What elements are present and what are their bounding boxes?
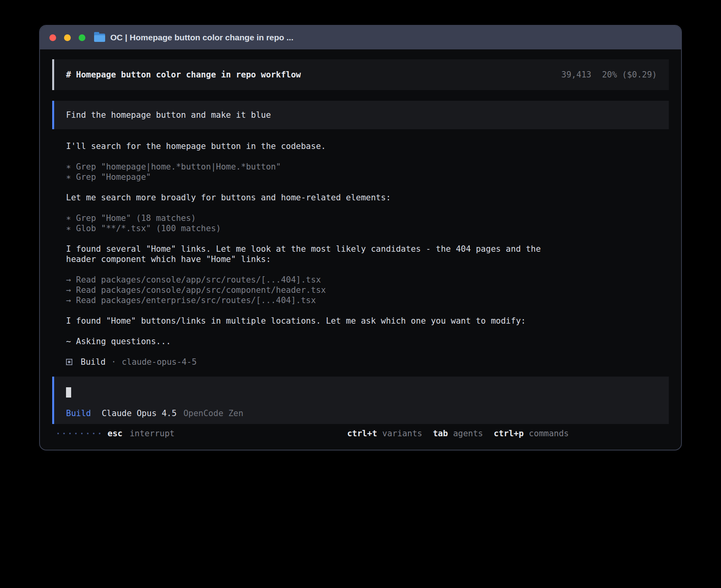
hint-key: ctrl+p [494, 428, 524, 439]
assistant-text-line: header component which have "Home" links… [66, 254, 669, 264]
prompt-input[interactable]: Build Claude Opus 4.5 OpenCode Zen [52, 377, 669, 424]
agent-name: Build [81, 357, 106, 367]
zoom-button[interactable] [79, 34, 85, 41]
minimize-button[interactable] [64, 34, 71, 41]
session-title: # Homepage button color change in repo w… [66, 70, 301, 80]
window-title: OC | Homepage button color change in rep… [110, 33, 293, 42]
spinner-dot [87, 433, 89, 434]
input-model-label: Claude Opus 4.5 [102, 408, 177, 418]
glob-tool-line: ∗ Glob "**/*.tsx" (100 matches) [66, 223, 669, 234]
assistant-text-line: I found several "Home" links. Let me loo… [66, 244, 669, 254]
esc-key-hint: esc [108, 428, 123, 439]
hint-key: ctrl+t [347, 428, 377, 439]
grep-tool-line: ∗ Grep "Homepage" [66, 172, 669, 182]
input-status-row: Build Claude Opus 4.5 OpenCode Zen [66, 408, 657, 418]
app-window: OC | Homepage button color change in rep… [39, 25, 682, 450]
spinner-dot [93, 433, 94, 434]
user-message: Find the homepage button and make it blu… [52, 101, 669, 129]
session-header: # Homepage button color change in repo w… [52, 59, 669, 90]
status-separator: · [111, 357, 116, 367]
grep-tool-line: ∗ Grep "homepage|home.*button|Home.*butt… [66, 162, 669, 172]
assistant-text-line: I found "Home" buttons/links in multiple… [66, 316, 669, 326]
read-tool-line: → Read packages/enterprise/src/routes/[.… [66, 295, 669, 305]
assistant-text-line: Let me search more broadly for buttons a… [66, 192, 669, 203]
spinner-dot [99, 433, 100, 434]
spinner-dot [69, 433, 71, 434]
terminal-content: # Homepage button color change in repo w… [40, 49, 681, 450]
spinner-dot [81, 433, 83, 434]
status-footer: esc interrupt ctrl+t variants tab agents… [52, 428, 669, 439]
input-provider-label: OpenCode Zen [183, 408, 243, 418]
spinner-dot [75, 433, 77, 434]
folder-icon [94, 34, 105, 42]
footer-hints: ctrl+t variants tab agents ctrl+p comman… [347, 428, 569, 439]
input-agent-label: Build [66, 408, 91, 418]
esc-label: interrupt [130, 428, 175, 439]
text-cursor [66, 387, 71, 398]
hint-key: tab [433, 428, 448, 439]
context-usage: 20% ($0.29) [602, 70, 657, 80]
session-stats: 39,413 20% ($0.29) [561, 70, 657, 80]
asking-questions-line: ~ Asking questions... [66, 336, 669, 347]
agent-status-line: Build · claude-opus-4-5 [66, 357, 669, 367]
spinner-dot [57, 433, 59, 434]
conversation: I'll search for the homepage button in t… [66, 141, 669, 367]
hint-label: agents [453, 428, 483, 439]
traffic-lights [49, 34, 85, 41]
grep-tool-line: ∗ Grep "Home" (18 matches) [66, 213, 669, 223]
hint-label: variants [382, 428, 422, 439]
spinner-dots [57, 433, 100, 434]
user-message-text: Find the homepage button and make it blu… [66, 110, 271, 120]
spinner-dot [63, 433, 65, 434]
token-count: 39,413 [561, 70, 591, 80]
title-group: OC | Homepage button color change in rep… [94, 33, 293, 42]
hint-commands: ctrl+p commands [494, 428, 569, 439]
hint-variants: ctrl+t variants [347, 428, 422, 439]
read-tool-line: → Read packages/console/app/src/routes/[… [66, 275, 669, 285]
read-tool-line: → Read packages/console/app/src/componen… [66, 285, 669, 295]
hint-agents: tab agents [433, 428, 483, 439]
assistant-text-line: I'll search for the homepage button in t… [66, 141, 669, 151]
titlebar[interactable]: OC | Homepage button color change in rep… [40, 26, 681, 49]
hint-label: commands [529, 428, 569, 439]
agent-status-icon [66, 359, 72, 365]
close-button[interactable] [49, 34, 56, 41]
model-name: claude-opus-4-5 [122, 357, 197, 367]
